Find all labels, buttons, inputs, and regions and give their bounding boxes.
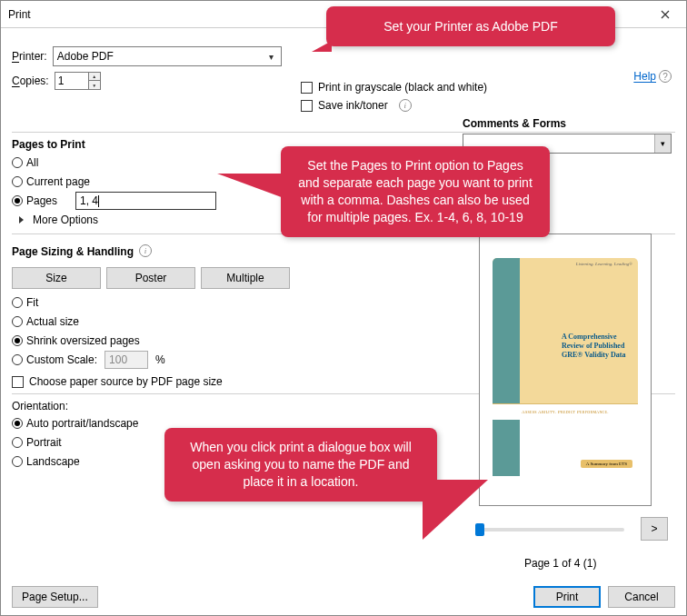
- radio-icon-selected: [12, 335, 23, 346]
- cancel-button[interactable]: Cancel: [608, 586, 675, 608]
- preview-tagline: Assess Ability. Predict Performance.: [493, 403, 638, 420]
- spin-up-icon[interactable]: ▲: [89, 73, 100, 81]
- pages-input[interactable]: 1, 4: [75, 192, 216, 210]
- radio-icon: [12, 316, 23, 327]
- info-icon[interactable]: i: [399, 99, 412, 112]
- comments-title: Comments & Forms: [463, 117, 566, 130]
- annotation-callout-print-dialog: When you click print a dialogue box will…: [164, 428, 437, 502]
- radio-icon: [12, 354, 23, 365]
- checkbox-icon: [301, 82, 313, 94]
- zoom-slider-track[interactable]: [479, 528, 624, 532]
- printer-select[interactable]: Adobe PDF ▾: [53, 46, 282, 66]
- spin-down-icon[interactable]: ▼: [89, 81, 100, 89]
- page-indicator: Page 1 of 4 (1): [524, 557, 596, 570]
- custom-scale-input: 100: [105, 351, 148, 369]
- portrait-label: Portrait: [26, 436, 62, 449]
- chevron-down-icon: ▾: [264, 49, 279, 64]
- save-ink-checkbox[interactable]: Save ink/toner i: [301, 99, 487, 112]
- multiple-button[interactable]: Multiple: [201, 267, 290, 289]
- preview-doc-title: A Comprehensive Review of Published GRE®…: [562, 333, 632, 360]
- printer-value: Adobe PDF: [57, 50, 114, 63]
- actual-label: Actual size: [26, 315, 79, 328]
- radio-icon: [12, 176, 23, 187]
- radio-icon: [12, 157, 23, 168]
- annotation-callout-pages: Set the Pages to Print option to Pages a…: [281, 146, 550, 237]
- print-button[interactable]: Print: [533, 586, 601, 608]
- triangle-right-icon: [19, 216, 24, 224]
- help-link-text: Help: [633, 70, 656, 83]
- close-icon: [661, 10, 670, 19]
- copies-value: 1: [58, 75, 65, 87]
- radio-icon-selected: [12, 195, 23, 206]
- window-title: Print: [8, 8, 31, 21]
- preview-tagline-small: Listening. Learning. Leading®: [576, 262, 632, 266]
- percent-label: %: [155, 353, 165, 366]
- radio-pages-label: Pages: [26, 194, 72, 207]
- close-button[interactable]: [644, 1, 686, 28]
- custom-label: Custom Scale:: [26, 353, 97, 366]
- footer: Page Setup... Print Cancel: [1, 579, 686, 615]
- chevron-down-icon: ▾: [654, 134, 671, 153]
- copies-spinner[interactable]: ▲ ▼: [89, 72, 101, 90]
- landscape-label: Landscape: [26, 455, 80, 468]
- annotation-callout-printer: Set your Printer as Adobe PDF: [326, 6, 615, 46]
- sizing-title: Page Sizing & Handling: [12, 245, 134, 258]
- pages-input-value: 1, 4: [80, 194, 98, 207]
- fit-label: Fit: [26, 296, 38, 309]
- info-icon[interactable]: i: [139, 244, 152, 257]
- grayscale-label: Print in grayscale (black and white): [318, 81, 487, 94]
- save-ink-label: Save ink/toner: [318, 99, 388, 112]
- printer-label: Printer:: [12, 50, 47, 63]
- help-link[interactable]: Help ?: [633, 70, 672, 83]
- radio-current-label: Current page: [26, 175, 90, 188]
- next-page-button[interactable]: >: [641, 517, 668, 541]
- text-cursor: [98, 195, 99, 207]
- radio-icon: [12, 297, 23, 308]
- radio-all-label: All: [26, 156, 38, 169]
- radio-icon-selected: [12, 418, 23, 429]
- preview-paper: Listening. Learning. Leading® A Comprehe…: [479, 233, 652, 506]
- preview-summary-badge: A Summary from ETS: [581, 460, 632, 468]
- radio-icon: [12, 437, 23, 448]
- shrink-label: Shrink oversized pages: [26, 334, 140, 347]
- auto-orient-label: Auto portrait/landscape: [26, 417, 138, 430]
- grayscale-checkbox[interactable]: Print in grayscale (black and white): [301, 81, 487, 94]
- copies-label: Copies:: [12, 75, 49, 87]
- poster-button[interactable]: Poster: [106, 267, 195, 289]
- copies-input[interactable]: 1: [55, 72, 89, 90]
- choose-source-label: Choose paper source by PDF page size: [29, 375, 223, 388]
- checkbox-icon: [301, 100, 313, 112]
- help-icon: ?: [659, 70, 672, 83]
- size-button[interactable]: Size: [12, 267, 101, 289]
- more-options-label: More Options: [33, 214, 98, 226]
- print-preview: Listening. Learning. Leading® A Comprehe…: [473, 233, 668, 506]
- page-setup-button[interactable]: Page Setup...: [12, 586, 98, 608]
- checkbox-icon: [12, 376, 24, 388]
- radio-icon: [12, 456, 23, 467]
